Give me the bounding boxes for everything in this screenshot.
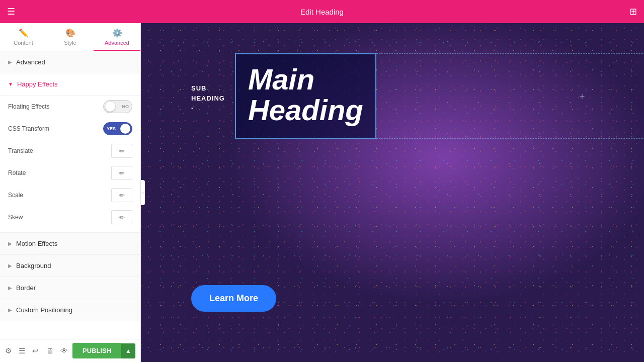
skew-control: ✏ bbox=[111, 210, 132, 224]
chevron-advanced: ▶ bbox=[8, 59, 12, 65]
css-transform-control: YES bbox=[103, 122, 132, 135]
toggle-track-css: YES bbox=[103, 122, 132, 135]
translate-control: ✏ bbox=[111, 144, 132, 158]
section-happy-effects[interactable]: ▼ Happy Effects bbox=[0, 73, 140, 96]
scale-edit-btn[interactable]: ✏ bbox=[111, 188, 132, 202]
floating-effects-label: Floating Effects bbox=[8, 103, 103, 110]
canvas-area[interactable]: ‹ SUB HEADING - MainHeading ＋ Learn More bbox=[141, 23, 644, 362]
tab-bar: ✏️ Content 🎨 Style ⚙️ Advanced bbox=[0, 23, 140, 51]
page-title: Edit Heading bbox=[300, 8, 344, 16]
heading-box[interactable]: MainHeading ＋ bbox=[235, 53, 376, 139]
toggle-thumb-floating bbox=[105, 102, 115, 112]
chevron-background: ▶ bbox=[8, 263, 12, 268]
learn-more-button[interactable]: Learn More bbox=[191, 285, 276, 312]
resize-handle[interactable]: ‹ bbox=[141, 180, 145, 205]
floating-effects-row: Floating Effects NO bbox=[0, 96, 140, 118]
menu-icon[interactable]: ☰ bbox=[7, 6, 15, 17]
section-happy-effects-label: Happy Effects bbox=[17, 80, 58, 88]
rotate-edit-icon: ✏ bbox=[119, 169, 125, 177]
section-advanced[interactable]: ▶ Advanced bbox=[0, 51, 140, 73]
scale-edit-icon: ✏ bbox=[119, 192, 125, 199]
sidebar-content: ▶ Advanced ▼ Happy Effects Floating Effe… bbox=[0, 51, 140, 339]
happy-effects-body: Floating Effects NO CSS Transform bbox=[0, 96, 140, 233]
toggle-track-floating: NO bbox=[103, 100, 132, 113]
chevron-custom: ▶ bbox=[8, 307, 12, 313]
sidebar-bottom: ⚙ ☰ ↩ 🖥 👁 PUBLISH ▲ bbox=[0, 339, 140, 362]
toggle-label-floating: NO bbox=[122, 104, 129, 109]
translate-edit-icon: ✏ bbox=[119, 147, 125, 155]
main-layout: ✏️ Content 🎨 Style ⚙️ Advanced ▶ Advance… bbox=[0, 23, 644, 362]
main-heading: MainHeading bbox=[248, 64, 363, 126]
publish-button[interactable]: PUBLISH bbox=[72, 343, 121, 358]
tab-content[interactable]: ✏️ Content bbox=[0, 23, 47, 51]
publish-group: PUBLISH ▲ bbox=[72, 343, 135, 358]
publish-arrow-icon: ▲ bbox=[125, 347, 131, 354]
layers-icon[interactable]: ☰ bbox=[19, 346, 25, 355]
tab-style-label: Style bbox=[64, 40, 76, 46]
scale-control: ✏ bbox=[111, 188, 132, 202]
tab-content-label: Content bbox=[14, 40, 33, 46]
grid-icon[interactable]: ⊞ bbox=[629, 6, 637, 17]
toggle-label-css: YES bbox=[107, 126, 116, 131]
canvas-row: SUB HEADING - MainHeading ＋ bbox=[191, 53, 376, 139]
top-bar: ☰ Edit Heading ⊞ bbox=[0, 0, 644, 23]
tab-advanced[interactable]: ⚙️ Advanced bbox=[94, 23, 140, 51]
content-icon: ✏️ bbox=[19, 28, 29, 38]
preview-icon[interactable]: 👁 bbox=[60, 346, 68, 355]
advanced-icon: ⚙️ bbox=[112, 28, 122, 38]
chevron-motion: ▶ bbox=[8, 241, 12, 246]
translate-label: Translate bbox=[8, 147, 111, 154]
skew-row: Skew ✏ bbox=[0, 206, 140, 228]
skew-edit-btn[interactable]: ✏ bbox=[111, 210, 132, 224]
rotate-control: ✏ bbox=[111, 166, 132, 180]
canvas-content: SUB HEADING - MainHeading ＋ bbox=[191, 53, 376, 139]
section-border[interactable]: ▶ Border bbox=[0, 277, 140, 299]
section-motion-effects[interactable]: ▶ Motion Effects bbox=[0, 233, 140, 255]
floating-effects-control: NO bbox=[103, 100, 132, 113]
chevron-happy-effects: ▼ bbox=[8, 81, 13, 87]
toggle-thumb-css bbox=[120, 124, 130, 134]
section-custom-label: Custom Positioning bbox=[16, 306, 72, 314]
floating-effects-toggle[interactable]: NO bbox=[103, 100, 132, 113]
css-transform-label: CSS Transform bbox=[8, 125, 103, 132]
translate-edit-btn[interactable]: ✏ bbox=[111, 144, 132, 158]
bottom-icons: ⚙ ☰ ↩ 🖥 👁 bbox=[5, 346, 68, 355]
translate-row: Translate ✏ bbox=[0, 140, 140, 162]
chevron-border: ▶ bbox=[8, 285, 12, 291]
bottom-bar: ⚙ ☰ ↩ 🖥 👁 PUBLISH ▲ bbox=[0, 339, 140, 362]
section-background-label: Background bbox=[16, 262, 51, 269]
publish-arrow-button[interactable]: ▲ bbox=[121, 343, 135, 358]
scale-row: Scale ✏ bbox=[0, 184, 140, 206]
rotate-edit-btn[interactable]: ✏ bbox=[111, 166, 132, 180]
section-advanced-label: Advanced bbox=[16, 58, 45, 66]
section-motion-label: Motion Effects bbox=[16, 240, 57, 247]
scale-label: Scale bbox=[8, 192, 111, 199]
section-border-label: Border bbox=[16, 284, 36, 292]
rotate-row: Rotate ✏ bbox=[0, 162, 140, 184]
sub-heading: SUB HEADING - bbox=[191, 83, 225, 113]
skew-label: Skew bbox=[8, 214, 111, 221]
tab-style[interactable]: 🎨 Style bbox=[47, 23, 94, 51]
sidebar: ✏️ Content 🎨 Style ⚙️ Advanced ▶ Advance… bbox=[0, 23, 141, 362]
rotate-label: Rotate bbox=[8, 169, 111, 176]
settings-icon[interactable]: ⚙ bbox=[5, 346, 12, 355]
section-custom-positioning[interactable]: ▶ Custom Positioning bbox=[0, 299, 140, 321]
section-background[interactable]: ▶ Background bbox=[0, 255, 140, 277]
css-transform-row: CSS Transform YES bbox=[0, 118, 140, 140]
css-transform-toggle[interactable]: YES bbox=[103, 122, 132, 135]
tab-advanced-label: Advanced bbox=[105, 40, 129, 46]
style-icon: 🎨 bbox=[65, 28, 75, 38]
skew-edit-icon: ✏ bbox=[119, 214, 125, 221]
responsive-icon[interactable]: 🖥 bbox=[46, 346, 53, 355]
undo-icon[interactable]: ↩ bbox=[32, 346, 39, 355]
